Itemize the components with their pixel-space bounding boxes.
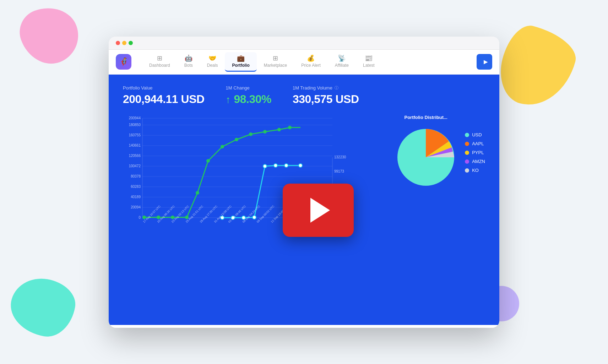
volume-label: 1M Trading Volume ⓘ	[293, 85, 359, 91]
legend-item-amzn: AMZN	[465, 159, 485, 164]
svg-text:100472: 100472	[129, 164, 141, 168]
chart-dot-cyan	[274, 164, 277, 167]
pie-title: Portfolio Distribut...	[394, 115, 458, 120]
chart-dot	[249, 132, 253, 136]
nav-item-deals-label: Deals	[207, 63, 218, 68]
legend-label-ko: KO	[472, 168, 479, 173]
svg-text:160755: 160755	[129, 133, 141, 137]
bg-shape-yellow	[493, 21, 581, 114]
portfolio-value-label: Portfolio Value	[123, 85, 205, 91]
bg-shape-teal	[6, 274, 79, 341]
volume-value: 330,575 USD	[293, 93, 359, 106]
nav-item-portfolio[interactable]: 💼 Portfolio	[225, 52, 256, 72]
nav-right: ▶	[477, 54, 492, 70]
portfolio-icon: 💼	[237, 55, 245, 61]
svg-text:20094: 20094	[131, 205, 141, 209]
play-triangle-icon	[310, 198, 330, 223]
legend-item-ko: KO	[465, 168, 485, 173]
nav-item-price-alert-label: Price Alert	[301, 63, 321, 68]
deals-icon: 🤝	[208, 55, 216, 61]
chart-dot-cyan	[253, 216, 256, 219]
svg-text:132230: 132230	[334, 155, 346, 159]
chart-dot-cyan	[284, 164, 288, 167]
nav-item-price-alert[interactable]: 💰 Price Alert	[294, 52, 328, 72]
affiliate-icon: 📡	[338, 55, 346, 61]
dot-yellow[interactable]	[122, 41, 126, 45]
pie-section: Portfolio Distribut...	[394, 115, 485, 191]
stat-change: 1M Change ↑ 98.30%	[226, 85, 271, 106]
info-icon: ⓘ	[335, 85, 338, 91]
nav-item-bots[interactable]: 🤖 Bots	[177, 52, 200, 72]
stats-row: Portfolio Value 200,944.11 USD 1M Change…	[123, 85, 485, 106]
bg-shape-pink	[13, 0, 86, 72]
nav-item-marketplace[interactable]: ⊞ Marketplace	[257, 52, 294, 72]
legend-dot-pypl	[465, 151, 469, 155]
stat-volume: 1M Trading Volume ⓘ 330,575 USD	[293, 85, 359, 106]
chart-dot	[206, 159, 210, 163]
svg-text:80378: 80378	[131, 174, 141, 178]
svg-text:60283: 60283	[131, 185, 141, 189]
nav-item-bots-label: Bots	[184, 63, 193, 68]
change-arrow: ↑	[226, 94, 233, 105]
stat-portfolio-value: Portfolio Value 200,944.11 USD	[123, 85, 205, 106]
dot-red[interactable]	[116, 41, 120, 45]
main-content: Portfolio Value 200,944.11 USD 1M Change…	[109, 75, 499, 325]
nav-item-dashboard-label: Dashboard	[149, 63, 170, 68]
dashboard-icon: ⊞	[157, 55, 162, 61]
chart-dot	[196, 191, 199, 195]
video-overlay	[283, 184, 354, 237]
nav-item-marketplace-label: Marketplace	[264, 63, 287, 68]
svg-text:40189: 40189	[131, 195, 141, 199]
legend-dot-usd	[465, 133, 469, 137]
nav-bar: 🦸 ⊞ Dashboard 🤖 Bots 🤝 Deals 💼 Portfolio…	[109, 50, 499, 75]
legend-label-aapl: AAPL	[472, 141, 484, 146]
nav-item-latest-label: Latest	[363, 63, 375, 68]
legend-item-aapl: AAPL	[465, 141, 485, 146]
legend-label-usd: USD	[472, 132, 482, 137]
svg-text:140661: 140661	[129, 143, 141, 147]
chart-dot	[288, 126, 292, 129]
legend-dot-ko	[465, 168, 469, 173]
dot-green[interactable]	[129, 41, 133, 45]
price-alert-icon: 💰	[307, 55, 315, 61]
change-label: 1M Change	[226, 85, 271, 91]
legend-label-amzn: AMZN	[472, 159, 485, 164]
svg-text:180850: 180850	[129, 123, 141, 127]
legend-dot-aapl	[465, 142, 469, 146]
logo[interactable]: 🦸	[116, 54, 131, 70]
nav-item-dashboard[interactable]: ⊞ Dashboard	[142, 52, 177, 72]
svg-text:200944: 200944	[129, 116, 141, 120]
chart-dot	[277, 128, 281, 131]
nav-items: ⊞ Dashboard 🤖 Bots 🤝 Deals 💼 Portfolio ⊞…	[142, 52, 477, 72]
latest-icon: 📰	[365, 55, 373, 61]
nav-item-affiliate[interactable]: 📡 Affiliate	[328, 52, 356, 72]
chart-dot-cyan	[263, 164, 267, 168]
logo-emoji: 🦸	[119, 57, 129, 66]
legend-item-usd: USD	[465, 132, 485, 137]
svg-text:0: 0	[139, 216, 141, 219]
marketplace-icon: ⊞	[273, 55, 278, 61]
browser-chrome	[109, 37, 499, 50]
browser-dots	[116, 41, 492, 49]
pie-chart-wrapper: Portfolio Distribut...	[394, 115, 458, 191]
change-value: ↑ 98.30%	[226, 93, 271, 106]
nav-cta-button[interactable]: ▶	[477, 54, 492, 70]
legend-item-pypl: PYPL	[465, 150, 485, 155]
legend-label-pypl: PYPL	[472, 150, 484, 155]
bots-icon: 🤖	[185, 55, 192, 61]
chart-dot	[263, 130, 267, 134]
nav-item-affiliate-label: Affiliate	[335, 63, 349, 68]
portfolio-value: 200,944.11 USD	[123, 93, 205, 106]
pie-chart-svg	[394, 125, 458, 189]
browser-window: 🦸 ⊞ Dashboard 🤖 Bots 🤝 Deals 💼 Portfolio…	[109, 37, 499, 328]
nav-item-latest[interactable]: 📰 Latest	[356, 52, 382, 72]
nav-item-deals[interactable]: 🤝 Deals	[200, 52, 225, 72]
chart-dot-cyan	[299, 164, 302, 167]
legend-dot-amzn	[465, 159, 469, 164]
nav-item-portfolio-label: Portfolio	[232, 63, 249, 68]
chart-dot	[221, 145, 224, 148]
svg-text:99173: 99173	[334, 169, 344, 173]
svg-text:120566: 120566	[129, 154, 141, 158]
pie-legend: USD AAPL PYPL AMZN	[465, 132, 485, 173]
play-button[interactable]	[283, 184, 354, 237]
